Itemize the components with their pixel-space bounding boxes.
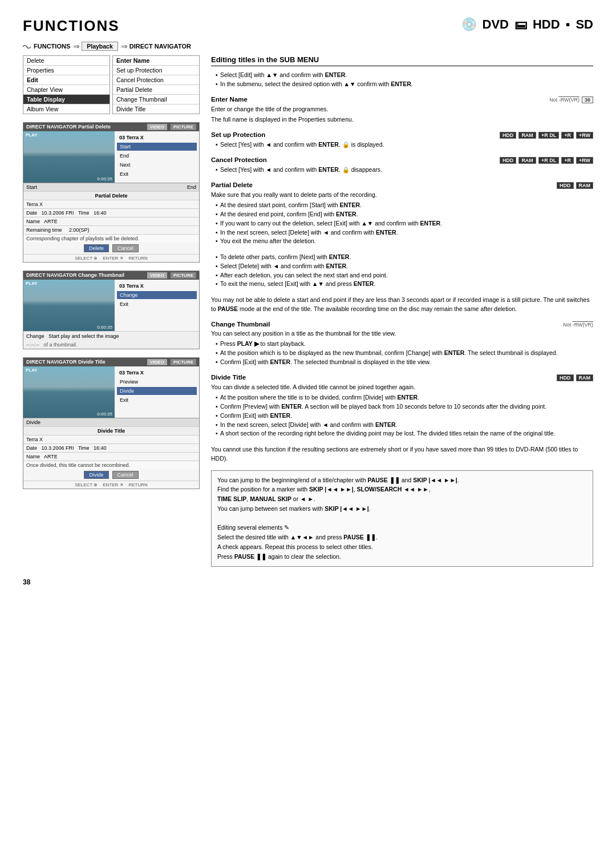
sc-dt-divide-btn[interactable]: Divide bbox=[84, 471, 108, 479]
menu-item-change-thumbnail[interactable]: Change Thumbnail bbox=[113, 95, 199, 104]
menu-item-delete[interactable]: Delete bbox=[23, 56, 110, 66]
dt-b1: At the position where the title is to be… bbox=[216, 393, 593, 402]
menu-item-cancel-protection[interactable]: Cancel Protection bbox=[113, 75, 199, 85]
badge-ram-1: RAM bbox=[518, 132, 536, 139]
info-line-5: Editing several elements ✎ bbox=[217, 523, 587, 533]
sc-pd-exit[interactable]: Exit bbox=[117, 170, 197, 178]
sc-dt-video: PLAY 0:00:35 bbox=[23, 366, 115, 418]
ct-b3: Confirm [Exit] with ENTER. The selected … bbox=[216, 358, 593, 367]
pd-b7: Select [Delete] with ◄ and confirm with … bbox=[216, 262, 593, 271]
pd-bullets-1: At the desired start point, confirm [Sta… bbox=[211, 201, 593, 246]
info-line-6: Select the desired title with ▲▼◄► and p… bbox=[217, 533, 587, 542]
sc-dt-video-tab[interactable]: VIDEO bbox=[147, 359, 167, 365]
pd-b3: If you want to carry out the deletion, s… bbox=[216, 219, 593, 228]
cp-header: Cancel Protection HDD RAM +R DL +R +RW bbox=[211, 156, 593, 164]
menu-item-album-view[interactable]: Album View bbox=[23, 104, 110, 114]
sc-ct-menu: 03 Terra X Change Exit bbox=[115, 280, 199, 331]
sc-ct-title-label: 03 Terra X bbox=[117, 282, 197, 290]
sc-pd-start-label: Start bbox=[26, 184, 37, 190]
sc-dt-time: 0:00:35 bbox=[97, 412, 112, 417]
sc-dt-tabs: VIDEO PICTURE bbox=[147, 359, 196, 365]
sc-dt-preview[interactable]: Preview bbox=[117, 378, 197, 386]
menu-item-table-display[interactable]: Table Display bbox=[23, 95, 110, 104]
menu-item-edit[interactable]: Edit bbox=[23, 75, 110, 85]
info-line-4: You can jump between set markers with SK… bbox=[217, 504, 587, 514]
sc-dt-bottom-label: Divide Title bbox=[23, 426, 199, 435]
sc-ct-body: PLAY 0:00:35 03 Terra X Change Exit bbox=[23, 280, 199, 331]
pd-b6: To delete other parts, confirm [Next] wi… bbox=[216, 253, 593, 262]
sc-pd-title: DIRECT NAVIGATOR Partial Delete bbox=[26, 124, 111, 130]
not-badge-label: Not -RW(VR) bbox=[549, 97, 579, 103]
sc-dt-picture-tab[interactable]: PICTURE bbox=[171, 359, 196, 365]
breadcrumb-arrow-1: ⇒ bbox=[73, 42, 79, 51]
section-set-up-protection: Set up Protection HDD RAM +R DL +R +RW S… bbox=[211, 131, 593, 150]
menu-item-enter-name[interactable]: Enter Name bbox=[113, 56, 199, 66]
sc-ct-title: DIRECT NAVIGATOR Change Thumbnail bbox=[26, 272, 124, 279]
ct-badge: Not -RW(VR) bbox=[563, 322, 593, 328]
pd-b2: At the desired end point, confirm [End] … bbox=[216, 210, 593, 219]
sc-dt-body: PLAY 0:00:35 03 Terra X Preview Divide E… bbox=[23, 366, 199, 418]
sd-icon: ▪ bbox=[566, 17, 570, 32]
sc-partial-delete-header: DIRECT NAVIGATOR Partial Delete VIDEO PI… bbox=[23, 123, 199, 131]
pd-b8: After each deletion, you can select the … bbox=[216, 271, 593, 280]
sc-ct-picture-tab[interactable]: PICTURE bbox=[171, 272, 196, 279]
right-column: Editing titles in the SUB MENU Select [E… bbox=[211, 55, 593, 567]
sc-pd-end[interactable]: End bbox=[117, 152, 197, 160]
sc-ct-video: PLAY 0:00:35 bbox=[23, 280, 115, 331]
pd-b9: To exit the menu, select [Exit] with ▲▼ … bbox=[216, 280, 593, 289]
dt-intro: You can divide a selected title. A divid… bbox=[211, 383, 593, 392]
badge-hdd-3: HDD bbox=[557, 182, 574, 189]
enter-name-badge: Not -RW(VR) 36 bbox=[549, 96, 593, 103]
sc-ct-change-label: Change Start play and select the image bbox=[26, 333, 119, 339]
sc-dt-divide[interactable]: Divide bbox=[117, 387, 197, 395]
sd-label: SD bbox=[576, 17, 593, 32]
section-main-title: Editing titles in the SUB MENU bbox=[211, 55, 593, 66]
sc-pd-footer: SELECT ⊕ ENTER ✕ RETURN bbox=[23, 254, 199, 262]
ct-b1: Press PLAY ▶ to start playback. bbox=[216, 340, 593, 349]
left-column: Delete Properties Edit Chapter View Tabl… bbox=[23, 55, 200, 567]
sup-bullets: Select [Yes] with ◄ and confirm with ENT… bbox=[211, 140, 593, 150]
dt-b5: A short section of the recording right b… bbox=[216, 429, 593, 438]
dt-title: Divide Title bbox=[211, 374, 246, 381]
sc-pd-cancel-btn[interactable]: Cancel bbox=[112, 244, 139, 252]
menu-item-set-up-protection[interactable]: Set up Protection bbox=[113, 66, 199, 75]
info-line-3: TIME SLIP, MANUAL SKIP or ◄ ►. bbox=[217, 494, 587, 504]
sc-pd-video-tab[interactable]: VIDEO bbox=[147, 124, 167, 130]
sc-dt-exit[interactable]: Exit bbox=[117, 396, 197, 404]
sc-pd-next[interactable]: Next bbox=[117, 161, 197, 169]
sc-pd-tabs: VIDEO PICTURE bbox=[147, 124, 196, 130]
sc-ct-exit[interactable]: Exit bbox=[117, 300, 197, 308]
breadcrumb: FUNCTIONS ⇒ Playback ⇒ DIRECT NAVIGATOR bbox=[23, 42, 593, 51]
sc-pd-remaining: Remaining time 2:00(SP) bbox=[23, 225, 199, 234]
info-line-7: A check appears. Repeat this process to … bbox=[217, 542, 587, 552]
section-intro: Select [Edit] with ▲▼ and confirm with E… bbox=[211, 71, 593, 89]
sc-pd-start[interactable]: Start bbox=[117, 143, 197, 151]
info-line-2: Find the position for a marker with SKIP… bbox=[217, 485, 587, 494]
pd-bullets-2: To delete other parts, confirm [Next] wi… bbox=[211, 253, 593, 289]
sc-ct-video-tab[interactable]: VIDEO bbox=[147, 272, 167, 279]
sc-dt-video-bg bbox=[23, 366, 115, 418]
sc-dt-cancel-btn[interactable]: Cancel bbox=[112, 471, 139, 479]
sc-pd-delete-btn[interactable]: Delete bbox=[84, 244, 109, 252]
sc-pd-picture-tab[interactable]: PICTURE bbox=[171, 124, 196, 130]
ct-intro: You can select any position in a title a… bbox=[211, 329, 593, 338]
sc-ct-change[interactable]: Change bbox=[117, 291, 197, 299]
pd-header: Partial Delete HDD RAM bbox=[211, 181, 593, 189]
sc-dt-name-row: Name ARTE bbox=[23, 452, 199, 461]
menu-item-properties[interactable]: Properties bbox=[23, 66, 110, 75]
hdd-label: HDD bbox=[533, 17, 560, 32]
section-change-thumbnail: Change Thumbnail Not -RW(VR) You can sel… bbox=[211, 321, 593, 367]
sc-pd-video: PLAY 0:00:35 bbox=[23, 131, 115, 183]
breadcrumb-playback-tab[interactable]: Playback bbox=[82, 42, 118, 51]
menu-item-chapter-view[interactable]: Chapter View bbox=[23, 85, 110, 95]
sc-pd-bottom-label: Partial Delete bbox=[23, 191, 199, 200]
sup-header: Set up Protection HDD RAM +R DL +R +RW bbox=[211, 131, 593, 139]
menu-item-divide-title[interactable]: Divide Title bbox=[113, 104, 199, 114]
cp-bullets: Select [Yes] with ◄ and confirm with ENT… bbox=[211, 166, 593, 175]
dt-b2: Confirm [Preview] with ENTER. A section … bbox=[216, 402, 593, 412]
pd-badges: HDD RAM bbox=[557, 182, 593, 189]
main-content: Delete Properties Edit Chapter View Tabl… bbox=[23, 55, 593, 567]
menu-item-partial-delete[interactable]: Partial Delete bbox=[113, 85, 199, 95]
intro-bullets-list: Select [Edit] with ▲▼ and confirm with E… bbox=[211, 71, 593, 89]
intro-bullet-2: In the submenu, select the desired optio… bbox=[216, 80, 593, 89]
